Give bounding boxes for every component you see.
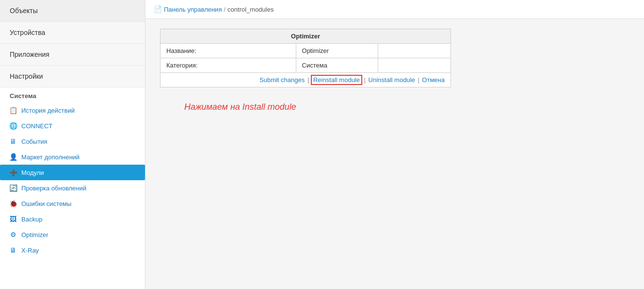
sidebar-item-xray[interactable]: 🖥 X-Ray (0, 242, 145, 258)
sidebar-item-objects-label: Объекты (10, 7, 38, 15)
sidebar-item-objects[interactable]: Объекты (0, 0, 145, 22)
sidebar: Объекты Устройства Приложения Настройки … (0, 0, 145, 289)
sidebar-item-apps[interactable]: Приложения (0, 44, 145, 66)
sidebar-item-errors[interactable]: 🐞 Ошибки системы (0, 196, 145, 211)
cancel-link[interactable]: Отмена (422, 76, 445, 84)
table-title: Optimizer (161, 29, 451, 44)
breadcrumb-current: control_modules (227, 6, 274, 13)
history-icon: 📋 (9, 106, 17, 115)
table-cell-name-label: Название: (161, 44, 296, 58)
hint-text: Нажимаем на Install module (160, 102, 629, 112)
sidebar-item-settings[interactable]: Настройки (0, 66, 145, 87)
table-cell-category-value: Система (296, 58, 378, 73)
system-section-label: Система (0, 87, 145, 102)
main-content: 📄 Панель управления / control_modules Op… (145, 0, 644, 289)
table-row: Категория: Система (161, 58, 451, 73)
sidebar-item-devices[interactable]: Устройства (0, 22, 145, 44)
backup-icon: 🖼 (9, 215, 17, 223)
breadcrumb-separator: / (224, 6, 225, 13)
sidebar-item-modules-label: Модули (21, 169, 44, 176)
table-actions-row: Submit changes | Reinstall module | Unin… (161, 73, 451, 87)
table-cell-name-value: Optimizer (296, 44, 378, 58)
sidebar-item-backup[interactable]: 🖼 Backup (0, 211, 145, 227)
market-icon: 👤 (9, 153, 17, 161)
sidebar-item-connect[interactable]: 🌐 CONNECT (0, 118, 145, 134)
sidebar-item-events[interactable]: 🖥 События (0, 134, 145, 149)
sidebar-item-backup-label: Backup (21, 216, 42, 223)
uninstall-module-link[interactable]: Uninstall module (369, 76, 415, 84)
table-cell-category-label: Категория: (161, 58, 296, 73)
sidebar-item-modules[interactable]: ➕ Модули (0, 165, 145, 180)
updates-icon: 🔄 (9, 184, 17, 192)
sidebar-item-optimizer[interactable]: ⚙ Optimizer (0, 227, 145, 242)
sidebar-item-events-label: События (21, 138, 48, 145)
optimizer-icon: ⚙ (9, 230, 17, 239)
events-icon: 🖥 (9, 137, 17, 146)
sidebar-item-settings-label: Настройки (10, 72, 43, 80)
connect-icon: 🌐 (9, 121, 17, 130)
sidebar-item-xray-label: X-Ray (21, 247, 39, 254)
breadcrumb-icon: 📄 (153, 5, 162, 14)
table-actions-cell: Submit changes | Reinstall module | Unin… (161, 73, 451, 87)
page-content: Optimizer Название: Optimizer Категория:… (145, 19, 644, 122)
modules-icon: ➕ (9, 168, 17, 177)
sidebar-item-errors-label: Ошибки системы (21, 200, 71, 207)
sidebar-item-history-label: История действий (21, 107, 75, 114)
table-row: Название: Optimizer (161, 44, 451, 58)
breadcrumb-home-link[interactable]: Панель управления (164, 6, 222, 13)
sidebar-item-updates[interactable]: 🔄 Проверка обновлений (0, 180, 145, 196)
xray-icon: 🖥 (9, 246, 17, 255)
sidebar-item-market-label: Маркет дополнений (21, 153, 80, 161)
sidebar-item-apps-label: Приложения (10, 51, 49, 58)
table-cell-name-extra (378, 44, 451, 58)
table-cell-category-extra (378, 58, 451, 73)
module-table: Optimizer Название: Optimizer Категория:… (160, 29, 451, 87)
sidebar-item-market[interactable]: 👤 Маркет дополнений (0, 149, 145, 165)
sidebar-item-devices-label: Устройства (10, 29, 45, 36)
errors-icon: 🐞 (9, 199, 17, 208)
reinstall-module-link[interactable]: Reinstall module (312, 76, 361, 84)
sidebar-item-history[interactable]: 📋 История действий (0, 102, 145, 118)
sidebar-item-connect-label: CONNECT (21, 122, 52, 130)
sidebar-item-optimizer-label: Optimizer (21, 231, 48, 238)
breadcrumb: 📄 Панель управления / control_modules (145, 0, 644, 19)
sidebar-item-updates-label: Проверка обновлений (21, 185, 86, 192)
submit-changes-link[interactable]: Submit changes (259, 76, 305, 84)
